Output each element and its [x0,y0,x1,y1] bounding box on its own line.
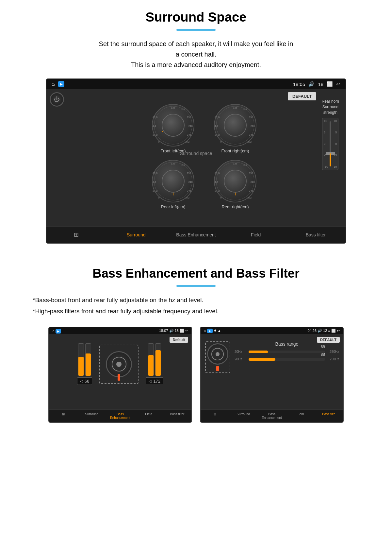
back-icon: ↩ [336,81,340,87]
svg-text:190: 190 [187,172,191,175]
small-tab-surround-right[interactable]: Surround [229,410,257,422]
status-right: 18:05 🔊 18 ⬜ ↩ [293,81,340,87]
knob-bg-rl[interactable]: 136 163 190 81.6 54.4 218 27.2 245 0 272 [152,160,194,202]
small-content-left: Default ◁ [49,334,191,409]
svg-text:218: 218 [251,181,255,183]
svg-text:54.4: 54.4 [215,125,218,128]
section2-title: Bass Enhancement and Bass Filter [92,266,300,281]
svg-text:136: 136 [233,162,237,165]
signal-display: 18 [318,81,323,87]
bass-slider-track-2[interactable]: 88 [249,358,325,361]
knob-label-fl: Front left(cm) [160,148,186,153]
tab-field[interactable]: Field [226,227,286,243]
slider-fill-v4 [155,350,161,376]
speaker-center [116,362,122,367]
slider-v2[interactable] [85,343,91,376]
bass-speaker [207,343,228,365]
small-tab-filter-left[interactable]: Bass filter [163,410,191,422]
svg-text:163: 163 [243,108,247,111]
tab-bass-enhancement[interactable]: Bass Enhancement [166,227,226,243]
small-tab-field-left[interactable]: Field [135,410,163,422]
slider-v1[interactable] [78,343,84,376]
small-home-icon: ⌂ [52,329,55,333]
svg-text:272: 272 [247,196,252,199]
knob-inner-fl[interactable] [162,114,185,137]
device-screen-1: ⌂ ▶ 18:05 🔊 18 ⬜ ↩ ⏻ DEFAULT Rear hor [46,78,346,244]
slider-v4[interactable] [155,343,161,376]
svg-text:81.6: 81.6 [215,172,220,175]
slider-v3[interactable] [148,343,154,376]
bullet1: *Bass-boost front and rear fully adjusta… [33,295,359,306]
slider2-start: 20Hz [235,357,246,361]
small-tab-bass-enhance-right[interactable]: Bass Enhancement [257,410,286,422]
knob-label-fr: Front right(cm) [221,148,249,153]
tab-bass-filter[interactable]: Bass filter [286,227,346,243]
wifi-icon: ▲ [218,329,221,333]
small-tab-surround-left[interactable]: Surround [77,410,106,422]
bass-level-ind [216,366,219,371]
level-indicator [118,374,120,381]
knob-inner-rl[interactable] [162,170,185,193]
bass-speaker-inner [211,348,224,360]
left-slider-group: ◁ 68 [77,343,92,385]
svg-text:0: 0 [220,196,221,199]
svg-text:54.4: 54.4 [153,181,156,183]
small-tab-field-right[interactable]: Field [286,410,315,422]
svg-text:0: 0 [158,196,159,199]
desc-line3: This is a more advanced auditory enjoyme… [131,61,261,68]
small-media-icon-r: ▶ [207,329,213,333]
small-tab-bar-right: ⊞ Surround Bass Enhancement Field Bass f… [201,409,343,422]
speaker-diagram [99,345,139,384]
svg-text:218: 218 [251,125,255,128]
svg-text:81.6: 81.6 [153,116,157,119]
knob-bg-fr[interactable]: 136 163 190 81.6 54.4 218 27.2 245 0 272 [214,104,256,146]
slider2-end: 250Hz [328,357,339,361]
desc-line2: a concert hall. [176,51,217,58]
svg-text:163: 163 [181,108,185,111]
knob-label-rr: Rear right(cm) [221,204,249,209]
small-back-left: ↩ [185,329,188,333]
svg-text:190: 190 [187,116,191,119]
knob-bg-fl[interactable]: 136 163 190 81.6 54.4 218 27.2 245 0 272 [152,104,194,146]
knob-inner-fr[interactable] [224,114,247,137]
small-sig-left: 18 [175,329,179,333]
desc-line1: Set the surround space of each speaker, … [99,40,293,47]
slider2-value: 88 [321,352,325,357]
speaker-icon-area [204,341,231,373]
bt-icon: ✱ [214,329,217,333]
small-default-btn-right[interactable]: DEFAULT [317,337,340,343]
small-screen-left: ⬜ [180,329,184,333]
title-underline-2 [176,285,216,287]
screen-bass-filter: ⌂ ▶ ✱ ▲ 04:26 🔊 12 ≡ ⬜ ↩ DEFAULT [200,327,344,423]
small-default-btn-left[interactable]: Default [170,337,188,343]
small-tab-eq-left[interactable]: ⊞ [49,410,77,422]
tab-bar-1: ⊞ Surround Bass Enhancement Field Bass f… [46,226,346,243]
small-screen-right: ⬜ [331,329,336,333]
knob-front-left: 136 163 190 81.6 54.4 218 27.2 245 0 272 [152,104,194,153]
status-left: ⌂ ▶ [52,81,64,87]
svg-text:27.2: 27.2 [215,133,220,136]
bass-slider-row-2: 20Hz 88 250Hz [235,357,339,361]
svg-text:27.2: 27.2 [215,189,220,192]
knob-front-right: 136 163 190 81.6 54.4 218 27.2 245 0 272 [214,104,256,153]
eq-icon: ⊞ [74,231,79,238]
small-status-bar-right: ⌂ ▶ ✱ ▲ 04:26 🔊 12 ≡ ⬜ ↩ [201,327,343,334]
knob-bg-rr[interactable]: 136 163 190 81.6 54.4 218 27.2 245 0 272 [214,160,256,202]
tab-eq[interactable]: ⊞ [46,227,106,243]
speaker-mid [112,357,126,371]
small-status-right-right: 04:26 🔊 12 ≡ ⬜ ↩ [307,329,340,333]
section1: Surround Space Set the surround space of… [0,0,392,250]
svg-text:245: 245 [187,133,191,136]
knob-inner-rr[interactable] [224,170,247,193]
bass-slider-track-1[interactable]: 68 [249,351,325,353]
small-tab-bass-filter-right[interactable]: Bass filte [315,410,343,422]
description-text: Set the surround space of each speaker, … [99,39,293,70]
media-icon: ▶ [58,81,64,87]
knobs-grid: 136 163 190 81.6 54.4 218 27.2 245 0 272 [152,104,256,209]
small-tab-eq-right[interactable]: ⊞ [201,410,229,422]
small-tab-bar-left: ⊞ Surround Bass Enhancement Field Bass f… [49,409,191,422]
small-tab-bass-left[interactable]: Bass Enhancement [106,410,134,422]
slider1-start: 20Hz [235,350,246,353]
small-time-left: 18:07 [159,329,168,333]
tab-surround[interactable]: Surround [106,227,166,243]
